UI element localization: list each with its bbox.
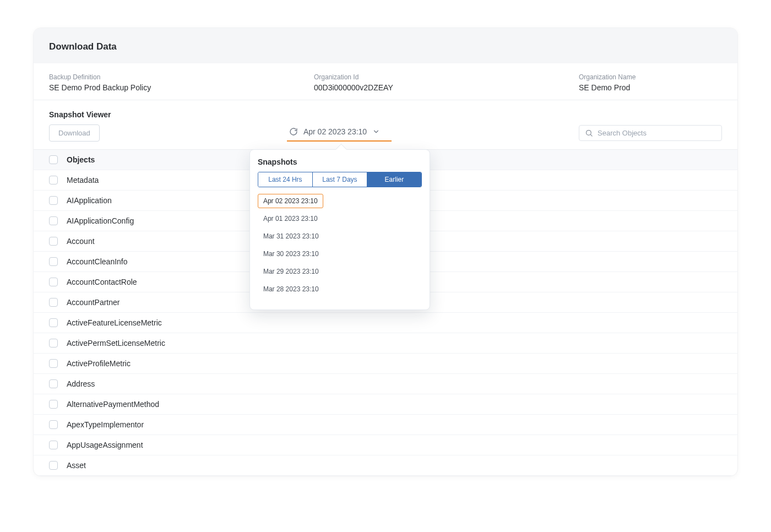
table-row[interactable]: ActiveProfileMetric <box>34 354 737 374</box>
toolbar: Download Apr 02 2023 23:10 Snapshots Las… <box>34 124 737 149</box>
object-name: ApexTypeImplementor <box>67 420 144 429</box>
row-checkbox[interactable] <box>49 176 58 184</box>
svg-point-0 <box>587 131 591 135</box>
meta-value: 00D3i000000v2DZEAY <box>314 83 579 92</box>
row-checkbox[interactable] <box>49 339 58 348</box>
meta-backup-definition: Backup Definition SE Demo Prod Backup Po… <box>49 73 314 92</box>
row-checkbox[interactable] <box>49 461 58 470</box>
select-all-checkbox[interactable] <box>49 155 58 164</box>
snapshot-popover-title: Snapshots <box>258 158 422 166</box>
row-checkbox[interactable] <box>49 318 58 327</box>
object-name: AIApplicationConfig <box>67 216 134 225</box>
snapshot-item[interactable]: Mar 29 2023 23:10 <box>258 264 324 279</box>
row-checkbox[interactable] <box>49 237 58 246</box>
row-checkbox[interactable] <box>49 257 58 266</box>
object-name: Address <box>67 379 95 388</box>
table-row[interactable]: AppUsageAssignment <box>34 435 737 455</box>
object-name: AccountContactRole <box>67 278 137 286</box>
snapshot-picker[interactable]: Apr 02 2023 23:10 <box>287 125 392 142</box>
meta-label: Organization Name <box>579 73 722 81</box>
meta-label: Organization Id <box>314 73 579 81</box>
search-box[interactable] <box>579 125 722 141</box>
table-row[interactable]: Address <box>34 374 737 394</box>
object-name: AppUsageAssignment <box>67 441 143 449</box>
snapshot-item[interactable]: Mar 28 2023 23:10 <box>258 282 324 296</box>
object-name: AccountPartner <box>67 298 120 307</box>
refresh-icon <box>289 127 298 136</box>
object-name: AIApplication <box>67 196 112 205</box>
object-name: Asset <box>67 461 86 470</box>
snapshot-picker-wrap: Apr 02 2023 23:10 Snapshots Last 24 HrsL… <box>287 125 392 142</box>
snapshot-item[interactable]: Apr 01 2023 23:10 <box>258 211 323 226</box>
snapshot-tab[interactable]: Last 7 Days <box>313 172 367 187</box>
object-name: ActivePermSetLicenseMetric <box>67 339 165 348</box>
meta-value: SE Demo Prod Backup Policy <box>49 83 314 92</box>
row-checkbox[interactable] <box>49 298 58 307</box>
meta-bar: Backup Definition SE Demo Prod Backup Po… <box>34 63 737 100</box>
object-name: ActiveProfileMetric <box>67 359 131 368</box>
section-title-snapshot-viewer: Snapshot Viewer <box>34 100 737 124</box>
object-name: AccountCleanInfo <box>67 257 128 266</box>
snapshot-tab[interactable]: Earlier <box>367 172 421 187</box>
object-name: AlternativePaymentMethod <box>67 400 159 409</box>
table-row[interactable]: AlternativePaymentMethod <box>34 394 737 415</box>
snapshot-item[interactable]: Mar 31 2023 23:10 <box>258 229 324 243</box>
meta-organization-name: Organization Name SE Demo Prod <box>579 73 722 92</box>
table-header-objects: Objects <box>67 155 95 164</box>
table-row[interactable]: ApexTypeImplementor <box>34 415 737 435</box>
meta-organization-id: Organization Id 00D3i000000v2DZEAY <box>314 73 579 92</box>
row-checkbox[interactable] <box>49 196 58 205</box>
snapshot-item[interactable]: Mar 30 2023 23:10 <box>258 247 324 261</box>
chevron-down-icon <box>372 128 380 135</box>
snapshot-tabs: Last 24 HrsLast 7 DaysEarlier <box>258 172 422 187</box>
row-checkbox[interactable] <box>49 441 58 449</box>
page-header: Download Data <box>34 28 737 63</box>
svg-line-1 <box>590 134 592 136</box>
download-button[interactable]: Download <box>49 124 100 142</box>
row-checkbox[interactable] <box>49 216 58 225</box>
page-title: Download Data <box>49 41 722 52</box>
snapshot-item[interactable]: Apr 02 2023 23:10 <box>258 194 323 208</box>
table-row[interactable]: ActiveFeatureLicenseMetric <box>34 313 737 333</box>
row-checkbox[interactable] <box>49 359 58 368</box>
snapshot-tab[interactable]: Last 24 Hrs <box>258 172 313 187</box>
object-name: Account <box>67 237 95 246</box>
snapshot-picker-label: Apr 02 2023 23:10 <box>303 127 367 136</box>
table-row[interactable]: Asset <box>34 455 737 476</box>
meta-label: Backup Definition <box>49 73 314 81</box>
search-input[interactable] <box>598 129 716 137</box>
app-frame: Download Data Backup Definition SE Demo … <box>33 28 738 476</box>
snapshot-popover: Snapshots Last 24 HrsLast 7 DaysEarlier … <box>249 149 430 310</box>
meta-value: SE Demo Prod <box>579 83 722 92</box>
table-row[interactable]: ActivePermSetLicenseMetric <box>34 333 737 354</box>
row-checkbox[interactable] <box>49 420 58 429</box>
row-checkbox[interactable] <box>49 400 58 409</box>
snapshot-list[interactable]: Apr 02 2023 23:10Apr 01 2023 23:10Mar 31… <box>258 194 422 304</box>
object-name: ActiveFeatureLicenseMetric <box>67 318 162 327</box>
row-checkbox[interactable] <box>49 278 58 286</box>
row-checkbox[interactable] <box>49 379 58 388</box>
search-icon <box>585 129 593 137</box>
snapshot-item[interactable]: Mar 27 2023 23:10 <box>258 300 324 304</box>
object-name: Metadata <box>67 176 99 184</box>
